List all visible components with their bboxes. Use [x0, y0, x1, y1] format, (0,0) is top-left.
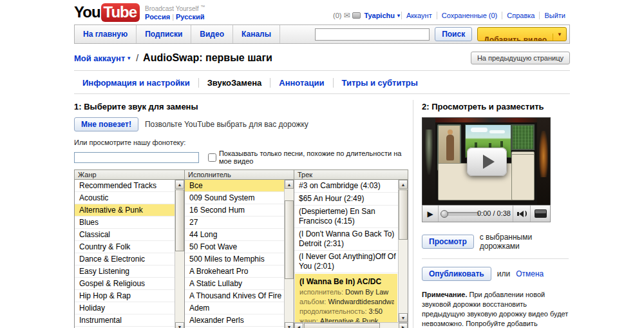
nav-item[interactable]: Видео: [191, 25, 233, 43]
duration-filter-checkbox[interactable]: [208, 153, 216, 162]
tab[interactable]: Информация и настройки: [74, 78, 198, 88]
track-item[interactable]: #3 on Cambridge (4:03): [294, 180, 398, 193]
step2-title: 2: Просмотреть и разместить: [422, 102, 570, 111]
genre-item[interactable]: Hip Hop & Rap: [75, 290, 175, 302]
play-button[interactable]: ▶: [422, 206, 439, 222]
volume-button[interactable]: [513, 206, 530, 222]
artist-scrollbar[interactable]: ▲ ▼: [284, 180, 294, 328]
genre-item[interactable]: Recommended Tracks: [75, 180, 175, 192]
step1-panel: 1: Выберите звук для замены Мне повезет!…: [74, 100, 413, 328]
track-item[interactable]: (I Never Got Anything)Off Of You (2:01): [294, 251, 398, 273]
thumb-panel: [511, 154, 535, 200]
header-link[interactable]: Аккаунт: [406, 12, 432, 19]
section-tabs: Информация и настройкиЗвукоЗаменаАннотац…: [74, 78, 570, 88]
genre-item[interactable]: Gospel & Religious: [75, 278, 175, 290]
video-thumbnail[interactable]: [422, 117, 551, 205]
artist-item[interactable]: A Thousand Knives Of Fire: [185, 290, 284, 302]
artist-list: Все009 Sound System16 Second Hum2744 Lon…: [184, 180, 294, 328]
play-overlay-button[interactable]: [467, 148, 507, 176]
locale-separator: |: [172, 13, 174, 21]
genre-item[interactable]: Alternative & Punk: [75, 204, 175, 217]
my-account-link[interactable]: Мой аккаунт: [74, 53, 125, 63]
artist-item[interactable]: 44 Long: [185, 229, 284, 241]
nav-item[interactable]: Подписки: [137, 25, 191, 43]
scroll-down-icon[interactable]: ▼: [175, 322, 184, 328]
logo-tube: Tube: [101, 3, 140, 22]
preview-button[interactable]: Просмотр: [422, 235, 474, 249]
scroll-left-icon[interactable]: ◄: [294, 323, 303, 328]
thumb-right-art: [537, 118, 550, 205]
track-item[interactable]: (I Don't Wanna Go Back To) Detroit (2:31…: [294, 228, 398, 251]
back-button[interactable]: На предыдущую страницу: [471, 52, 570, 64]
scroll-right-icon[interactable]: ►: [399, 323, 408, 328]
artist-item[interactable]: Adem: [185, 302, 284, 314]
nav-item[interactable]: На главную: [75, 25, 137, 43]
display-mode-button[interactable]: [530, 206, 550, 222]
header-link[interactable]: Выйти: [544, 12, 565, 19]
progress-knob[interactable]: [440, 210, 448, 218]
search-input[interactable]: [315, 28, 430, 41]
genre-item[interactable]: Blues: [75, 217, 175, 229]
username-dropdown-icon[interactable]: ▼: [396, 13, 401, 19]
my-account-dropdown-icon[interactable]: ▼: [126, 55, 131, 61]
artist-item[interactable]: Alexander Perls: [185, 314, 284, 327]
add-video-button[interactable]: Добавить видео ▼: [477, 27, 567, 41]
library-filter-input[interactable]: [74, 152, 199, 163]
search-button[interactable]: Поиск: [435, 27, 472, 41]
language-link[interactable]: Русский: [176, 13, 204, 21]
nav-item[interactable]: Каналы: [233, 25, 280, 43]
artist-item[interactable]: 50 Foot Wave: [185, 241, 284, 253]
scroll-thumb[interactable]: [399, 189, 408, 240]
track-item-selected[interactable]: (I Wanna Be In) AC/DC исполнитель: Down …: [295, 274, 397, 322]
scroll-up-icon[interactable]: ▲: [175, 180, 184, 189]
tab[interactable]: ЗвукоЗамена: [198, 78, 270, 88]
feeling-lucky-button[interactable]: Мне повезет!: [74, 117, 138, 131]
artist-item[interactable]: 500 Miles to Memphis: [185, 253, 284, 265]
genre-scrollbar[interactable]: ▲ ▼: [175, 180, 184, 328]
artist-item[interactable]: A Brokeheart Pro: [185, 265, 284, 278]
scroll-thumb[interactable]: [175, 189, 184, 251]
scroll-down-icon[interactable]: ▼: [285, 322, 294, 328]
tv-icon[interactable]: [352, 12, 361, 19]
nav-items: На главнуюПодпискиВидеоКаналы: [75, 25, 280, 43]
tab[interactable]: Титры и субтитры: [333, 78, 426, 88]
video-player: ▶ 0:00 / 0:38: [422, 117, 551, 222]
cancel-link[interactable]: Отмена: [516, 269, 544, 278]
header-link[interactable]: Сохраненные (0): [442, 12, 498, 19]
artist-item[interactable]: A Static Lullaby: [185, 278, 284, 290]
publish-button[interactable]: Опубликовать: [422, 267, 491, 281]
genre-item[interactable]: Acoustic: [75, 192, 175, 204]
genre-key: жанр:: [299, 317, 318, 322]
username-menu[interactable]: Tyapichu: [365, 12, 395, 19]
scroll-thumb[interactable]: [285, 200, 294, 279]
artist-item[interactable]: 27: [185, 217, 284, 229]
scroll-up-icon[interactable]: ▲: [399, 180, 408, 189]
note: Примечание. При добавлении новой звуково…: [422, 290, 570, 328]
scroll-up-icon[interactable]: ▲: [285, 180, 294, 189]
youtube-logo[interactable]: YouTube: [74, 4, 140, 21]
genre-item[interactable]: Dance & Electronic: [75, 253, 175, 265]
scroll-thumb[interactable]: [304, 323, 380, 328]
genre-item[interactable]: Holiday: [75, 302, 175, 314]
artist-item[interactable]: Все: [185, 180, 284, 192]
add-video-dropdown-icon[interactable]: ▼: [553, 28, 566, 41]
country-link[interactable]: Россия: [145, 13, 170, 21]
duration-filter-label: Показывать только песни, похожие по длит…: [219, 150, 413, 165]
mail-icon[interactable]: ✉: [343, 11, 350, 20]
scroll-down-icon[interactable]: ▼: [399, 313, 408, 322]
track-item[interactable]: (Despierteme) En San Francisco (4:15): [294, 206, 398, 228]
tab[interactable]: Аннотации: [270, 78, 332, 88]
breadcrumb: Мой аккаунт ▼ / AudioSwap: первые шаги Н…: [74, 52, 570, 64]
track-horizontal-scrollbar[interactable]: ◄ ►: [294, 322, 408, 328]
track-scrollbar[interactable]: ▲ ▼: [398, 180, 408, 322]
genre-item[interactable]: Instrumental: [75, 314, 175, 327]
header-link[interactable]: Справка: [507, 12, 535, 19]
genre-item[interactable]: Classical: [75, 229, 175, 241]
track-item[interactable]: $65 An Hour (2:49): [294, 193, 398, 206]
or-text: или: [497, 269, 510, 278]
artist-item[interactable]: 16 Second Hum: [185, 204, 284, 217]
genre-item[interactable]: Easy Listening: [75, 265, 175, 278]
artist-item[interactable]: 009 Sound System: [185, 192, 284, 204]
time-display: 0:00 / 0:38: [477, 206, 511, 222]
genre-item[interactable]: Country & Folk: [75, 241, 175, 253]
